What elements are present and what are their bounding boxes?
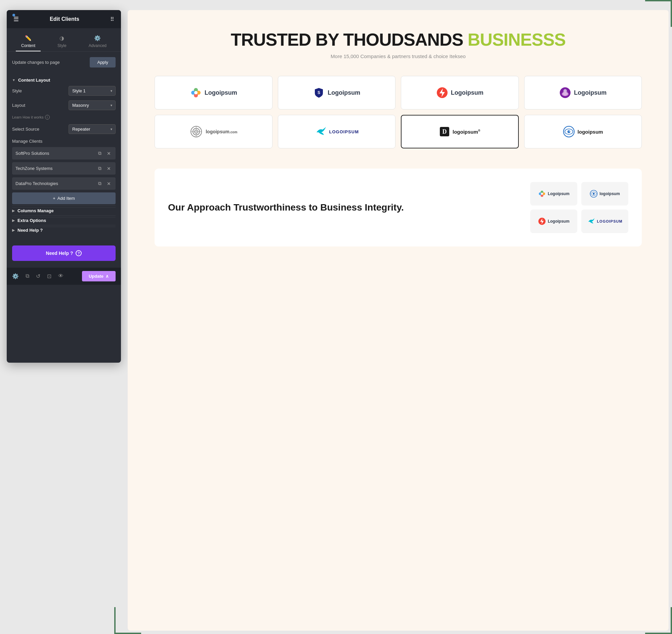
preview-flower-icon bbox=[538, 190, 546, 198]
client-item-2: DataPro Technologies ⧉ ✕ bbox=[12, 177, 116, 190]
tab-content[interactable]: ✏️ Content bbox=[16, 32, 41, 51]
question-icon: ? bbox=[76, 250, 82, 256]
bird-logo-icon bbox=[315, 126, 327, 138]
preview-bolt-icon bbox=[538, 217, 546, 225]
logo-card-6: LOGOIPSUM bbox=[278, 115, 396, 148]
manage-clients-label: Manage Clients bbox=[12, 139, 116, 144]
tab-advanced[interactable]: ⚙️ Advanced bbox=[83, 32, 112, 51]
preview-logo-4: LOGOIPSUM bbox=[581, 210, 628, 233]
divider-3 bbox=[12, 225, 116, 225]
clients-list: SoftPro Solutions ⧉ ✕ TechZone Systems ⧉… bbox=[12, 147, 116, 190]
svg-point-4 bbox=[194, 91, 198, 94]
style-row: Style Style 1 Style 2 bbox=[12, 86, 116, 96]
svg-point-30 bbox=[593, 193, 595, 195]
select-source-label: Select Source bbox=[12, 127, 39, 132]
logo-card-5: logoipsum.com bbox=[155, 115, 273, 148]
copy-icon[interactable]: ⊡ bbox=[47, 273, 51, 279]
plus-icon: + bbox=[53, 196, 55, 201]
chevron-up-icon: ∧ bbox=[106, 274, 109, 279]
hat-logo-icon bbox=[559, 87, 571, 99]
divider-1 bbox=[12, 205, 116, 206]
style-label: Style bbox=[12, 88, 22, 93]
need-help-section-header[interactable]: Need Help ? bbox=[12, 227, 116, 234]
logo-6: LOGOIPSUM bbox=[315, 126, 359, 138]
logo-card-7: D logoipsum® bbox=[401, 115, 519, 148]
extra-options-section-header[interactable]: Extra Options bbox=[12, 217, 116, 224]
add-item-button[interactable]: + Add Item bbox=[12, 192, 116, 204]
apply-row: Update changes to page Apply bbox=[12, 57, 116, 68]
content-layout-section-header[interactable]: Content Layout bbox=[12, 74, 116, 86]
sidebar-panel: ☰ Edit Clients ⠿ ✏️ Content ◑ Style ⚙️ A… bbox=[7, 10, 121, 363]
need-help-section-arrow bbox=[12, 228, 15, 232]
client-1-copy-button[interactable]: ⧉ bbox=[97, 165, 103, 172]
select-source-row: Select Source Repeater Custom bbox=[12, 124, 116, 134]
columns-manage-section-header[interactable]: Columns Manage bbox=[12, 207, 116, 214]
style-select[interactable]: Style 1 Style 2 bbox=[69, 86, 116, 96]
logo-1: Logoipsum bbox=[190, 87, 237, 99]
apply-label: Update changes to page bbox=[12, 60, 60, 65]
select-source-wrapper: Repeater Custom bbox=[69, 124, 116, 134]
need-help-button[interactable]: Need Help ? ? bbox=[12, 245, 116, 261]
preview-logo-1: Logoipsum bbox=[530, 182, 577, 205]
logo-8: logoipsum bbox=[563, 126, 603, 138]
hero-subtitle: More 15,000 Companies & partners trusted… bbox=[155, 53, 642, 59]
toolbar-icons: ⚙️ ⧉ ↺ ⊡ 👁 bbox=[12, 273, 64, 279]
client-0-actions: ⧉ ✕ bbox=[97, 150, 112, 157]
shield-logo-icon: S bbox=[313, 87, 325, 99]
layers-icon[interactable]: ⧉ bbox=[26, 273, 29, 279]
flower-logo-icon bbox=[190, 87, 202, 99]
settings-icon[interactable]: ⚙️ bbox=[12, 273, 19, 279]
logo-4: Logoipsum bbox=[559, 87, 606, 99]
tab-style[interactable]: ◑ Style bbox=[52, 32, 72, 51]
preview-title: Our Approach Trustworthiness to Business… bbox=[168, 201, 517, 214]
logo-5: logoipsum.com bbox=[189, 125, 237, 138]
style-icon: ◑ bbox=[60, 35, 64, 41]
svg-point-27 bbox=[541, 193, 543, 195]
pencil-icon: ✏️ bbox=[25, 35, 31, 41]
logo-7: D logoipsum® bbox=[439, 126, 480, 137]
eye-icon[interactable]: 👁 bbox=[58, 273, 64, 279]
sidebar-toolbar: ⚙️ ⧉ ↺ ⊡ 👁 Update ∧ bbox=[7, 268, 121, 285]
learn-link[interactable]: Learn How it works i bbox=[12, 115, 116, 120]
select-source-select[interactable]: Repeater Custom bbox=[69, 124, 116, 134]
columns-manage-arrow bbox=[12, 209, 15, 213]
update-button[interactable]: Update ∧ bbox=[82, 271, 116, 282]
layout-select[interactable]: Masonry Grid bbox=[69, 100, 116, 110]
style-select-wrapper: Style 1 Style 2 bbox=[69, 86, 116, 96]
preview-eye-icon bbox=[590, 190, 598, 198]
sidebar-header: ☰ Edit Clients ⠿ bbox=[7, 10, 121, 28]
sidebar-tabs: ✏️ Content ◑ Style ⚙️ Advanced bbox=[7, 28, 121, 52]
preview-logos: Logoipsum logoipsum bbox=[530, 182, 628, 233]
preview-logo-2: logoipsum bbox=[581, 182, 628, 205]
eye-logo-icon bbox=[563, 126, 575, 138]
client-0-delete-button[interactable]: ✕ bbox=[106, 150, 112, 157]
svg-point-11 bbox=[563, 89, 567, 92]
logo-card-8: logoipsum bbox=[524, 115, 642, 148]
sidebar-title: Edit Clients bbox=[50, 16, 79, 22]
logo-card-2: S Logoipsum bbox=[278, 76, 396, 109]
logo-2: S Logoipsum bbox=[313, 87, 360, 99]
grid-icon[interactable]: ⠿ bbox=[110, 16, 114, 23]
client-item-1: TechZone Systems ⧉ ✕ bbox=[12, 162, 116, 175]
apply-button[interactable]: Apply bbox=[90, 57, 116, 68]
svg-text:S: S bbox=[318, 90, 320, 95]
client-0-copy-button[interactable]: ⧉ bbox=[97, 150, 103, 157]
hero-title: TRUSTED BY THOUDSANDS BUSINESSS bbox=[155, 30, 642, 49]
layout-row: Layout Masonry Grid bbox=[12, 100, 116, 110]
client-1-delete-button[interactable]: ✕ bbox=[106, 165, 112, 172]
logo-card-4: Logoipsum bbox=[524, 76, 642, 109]
history-icon[interactable]: ↺ bbox=[36, 273, 40, 279]
layout-label: Layout bbox=[12, 103, 25, 108]
logo-3: Logoipsum bbox=[436, 87, 484, 99]
info-icon: i bbox=[45, 115, 50, 120]
svg-text:D: D bbox=[442, 128, 447, 135]
hamburger-icon[interactable]: ☰ bbox=[14, 16, 19, 23]
gear-icon: ⚙️ bbox=[94, 35, 101, 41]
bolt-logo-icon bbox=[436, 87, 448, 99]
client-2-actions: ⧉ ✕ bbox=[97, 180, 112, 187]
content-layout-arrow bbox=[12, 78, 16, 82]
client-2-copy-button[interactable]: ⧉ bbox=[97, 180, 103, 187]
layout-select-wrapper: Masonry Grid bbox=[69, 100, 116, 110]
sidebar-body: Update changes to page Apply Content Lay… bbox=[7, 52, 121, 239]
client-2-delete-button[interactable]: ✕ bbox=[106, 180, 112, 187]
